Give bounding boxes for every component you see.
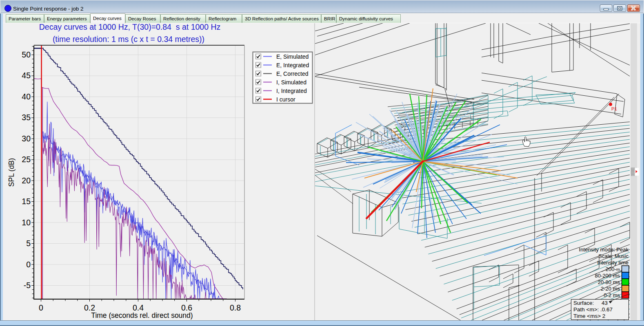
svg-text:20-80 ms: 20-80 ms <box>598 279 620 285</box>
svg-text:E, Simulated: E, Simulated <box>276 53 309 60</box>
svg-text:I, Simulated: I, Simulated <box>276 79 306 86</box>
svg-text:P1: P1 <box>611 106 617 111</box>
svg-text:20: 20 <box>22 176 31 185</box>
svg-text:-5: -5 <box>24 281 31 290</box>
svg-text:Path <m>: .0.67: Path <m>: .0.67 <box>573 306 613 313</box>
svg-text:Time <ms> 2: Time <ms> 2 <box>573 313 605 319</box>
svg-text:45: 45 <box>22 71 31 80</box>
svg-text:I cursor: I cursor <box>276 96 295 103</box>
svg-text:0: 0 <box>26 260 31 269</box>
svg-text:0: 0 <box>39 303 43 312</box>
svg-text:0.8: 0.8 <box>230 303 241 312</box>
svg-text:15: 15 <box>22 197 31 206</box>
svg-text:30: 30 <box>22 134 31 143</box>
svg-text:Time (seconds rel. direct soun: Time (seconds rel. direct sound) <box>91 311 193 319</box>
svg-text:2-20 ms: 2-20 ms <box>601 286 620 292</box>
svg-text:80-200 ms: 80-200 ms <box>595 273 620 279</box>
svg-text:0.4: 0.4 <box>133 303 144 312</box>
svg-text:Scale: Music: Scale: Music <box>598 253 628 259</box>
svg-text:Surface: 43: Surface: 43 <box>573 300 608 306</box>
svg-text:Intensity time: Intensity time <box>597 260 628 266</box>
svg-text:25: 25 <box>22 155 31 164</box>
svg-text:40: 40 <box>22 92 31 101</box>
svg-text:I, Integrated: I, Integrated <box>276 88 307 94</box>
svg-text:5: 5 <box>26 239 31 248</box>
svg-text:0-2 ms: 0-2 ms <box>604 292 620 298</box>
svg-text:E, Corrected: E, Corrected <box>276 70 309 77</box>
svg-text:10: 10 <box>22 218 31 227</box>
svg-text:Decay curves at 1000 Hz, T(30): Decay curves at 1000 Hz, T(30)=0.84 s at… <box>39 22 221 31</box>
svg-text:Intensity mode: Peak: Intensity mode: Peak <box>579 247 629 253</box>
svg-text:(time resolution: 1 ms (c x t: (time resolution: 1 ms (c x t = 0.34 met… <box>53 35 204 44</box>
svg-text:50: 50 <box>22 50 31 59</box>
svg-text:0.6: 0.6 <box>181 303 192 312</box>
svg-text:0.2: 0.2 <box>84 303 95 312</box>
svg-text:200-∞: 200-∞ <box>606 266 620 272</box>
svg-text:SPL (dB): SPL (dB) <box>7 158 16 187</box>
svg-text:35: 35 <box>22 113 31 122</box>
svg-text:E, Integrated: E, Integrated <box>276 62 309 68</box>
